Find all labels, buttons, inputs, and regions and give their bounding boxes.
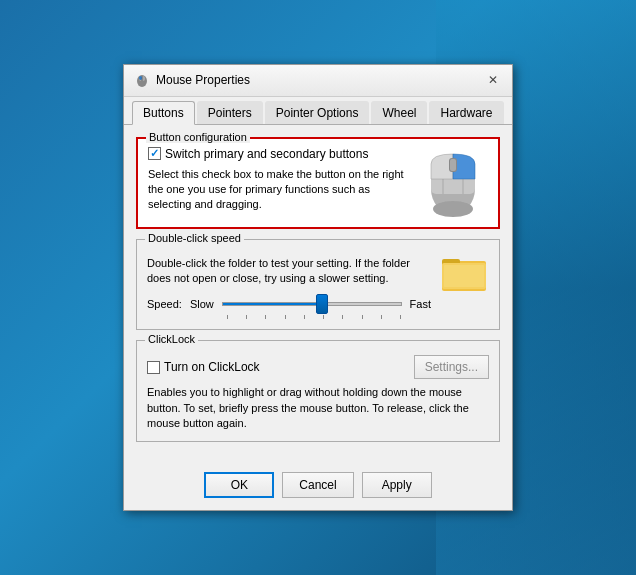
slow-label: Slow <box>190 298 214 310</box>
tick <box>400 315 401 319</box>
cancel-button[interactable]: Cancel <box>282 472 353 498</box>
tab-wheel[interactable]: Wheel <box>371 101 427 124</box>
mouse-graphic <box>418 147 488 217</box>
clicklock-content: Turn on ClickLock Settings... Enables yo… <box>147 355 489 431</box>
clicklock-section: ClickLock Turn on ClickLock Settings... … <box>136 340 500 442</box>
apply-button[interactable]: Apply <box>362 472 432 498</box>
mouse-properties-dialog: Mouse Properties ✕ Buttons Pointers Poin… <box>123 64 513 512</box>
switch-buttons-checkbox[interactable] <box>148 147 161 160</box>
speed-row: Speed: Slow Fast <box>147 294 431 314</box>
mouse-icon <box>134 72 150 88</box>
tab-hardware[interactable]: Hardware <box>429 101 503 124</box>
fast-label: Fast <box>410 298 431 310</box>
double-click-section: Double-click speed Double-click the fold… <box>136 239 500 331</box>
tick <box>265 315 266 319</box>
clicklock-row: Turn on ClickLock Settings... <box>147 355 489 379</box>
ok-button[interactable]: OK <box>204 472 274 498</box>
slider-fill <box>223 303 326 305</box>
speed-slider[interactable] <box>222 294 402 314</box>
tick <box>342 315 343 319</box>
double-click-description: Double-click the folder to test your set… <box>147 256 431 287</box>
title-bar: Mouse Properties ✕ <box>124 65 512 97</box>
double-click-content: Double-click the folder to test your set… <box>147 248 489 320</box>
button-config-text: Switch primary and secondary buttons Sel… <box>148 147 408 217</box>
folder-graphic[interactable] <box>439 248 489 293</box>
tick <box>304 315 305 319</box>
svg-point-8 <box>433 201 473 217</box>
switch-buttons-label: Switch primary and secondary buttons <box>165 147 368 161</box>
slider-track <box>222 302 402 306</box>
tab-pointer-options[interactable]: Pointer Options <box>265 101 370 124</box>
dialog-content: Button configuration Switch primary and … <box>124 125 512 465</box>
speed-label: Speed: <box>147 298 182 310</box>
tick <box>227 315 228 319</box>
svg-point-3 <box>139 76 142 80</box>
settings-button[interactable]: Settings... <box>414 355 489 379</box>
tabs-container: Buttons Pointers Pointer Options Wheel H… <box>124 97 512 125</box>
clicklock-label: Turn on ClickLock <box>164 360 260 374</box>
button-config-section: Button configuration Switch primary and … <box>136 137 500 229</box>
button-config-title: Button configuration <box>146 131 250 143</box>
slider-thumb[interactable] <box>316 294 328 314</box>
tab-pointers[interactable]: Pointers <box>197 101 263 124</box>
title-bar-left: Mouse Properties <box>134 72 250 88</box>
tick <box>323 315 324 319</box>
clicklock-title: ClickLock <box>145 333 198 345</box>
tick <box>285 315 286 319</box>
clicklock-checkbox[interactable] <box>147 361 160 374</box>
footer-buttons: OK Cancel Apply <box>124 464 512 510</box>
tick <box>246 315 247 319</box>
tab-buttons[interactable]: Buttons <box>132 101 195 125</box>
slider-ticks <box>227 315 401 319</box>
clicklock-left: Turn on ClickLock <box>147 360 260 374</box>
tick <box>362 315 363 319</box>
svg-rect-14 <box>444 265 484 287</box>
tick <box>381 315 382 319</box>
svg-rect-7 <box>450 159 456 171</box>
primary-secondary-row: Switch primary and secondary buttons <box>148 147 408 161</box>
clicklock-description: Enables you to highlight or drag without… <box>147 385 489 431</box>
close-button[interactable]: ✕ <box>484 71 502 89</box>
double-click-title: Double-click speed <box>145 232 244 244</box>
button-config-content: Switch primary and secondary buttons Sel… <box>148 147 488 217</box>
double-click-text: Double-click the folder to test your set… <box>147 248 431 320</box>
button-config-description: Select this check box to make the button… <box>148 167 408 213</box>
dialog-title: Mouse Properties <box>156 73 250 87</box>
